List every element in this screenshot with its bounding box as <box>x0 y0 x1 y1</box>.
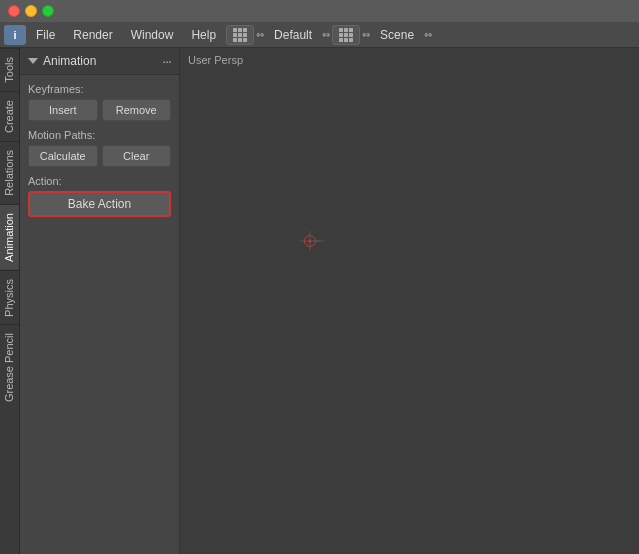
menu-help[interactable]: Help <box>183 26 224 44</box>
scene-name: Scene <box>372 26 422 44</box>
panel-header: Animation ··· <box>20 48 179 75</box>
traffic-lights <box>8 5 54 17</box>
viewport-type-selector[interactable] <box>332 25 360 45</box>
menu-window[interactable]: Window <box>123 26 182 44</box>
menu-bar: i File Render Window Help ⇔ Default ⇔ ⇔ … <box>0 22 639 48</box>
layout-expand-icon: ⇔ <box>256 29 264 40</box>
keyframes-label: Keyframes: <box>28 83 171 95</box>
motion-paths-label: Motion Paths: <box>28 129 171 141</box>
action-label: Action: <box>28 175 171 187</box>
crosshair-line-right <box>314 241 324 242</box>
sidebar-item-create[interactable]: Create <box>0 91 19 141</box>
vertical-tabs: Tools Create Relations Animation Physics… <box>0 48 20 554</box>
viewport-label: User Persp <box>188 54 243 66</box>
3d-cursor <box>300 231 320 251</box>
menu-file[interactable]: File <box>28 26 63 44</box>
motion-paths-buttons: Calculate Clear <box>28 145 171 167</box>
viewport-grid-icon <box>339 28 353 42</box>
menu-render[interactable]: Render <box>65 26 120 44</box>
grid-icon <box>233 28 247 42</box>
sidebar-item-relations[interactable]: Relations <box>0 141 19 204</box>
layout-selector[interactable] <box>226 25 254 45</box>
layout-name: Default <box>266 26 320 44</box>
remove-button[interactable]: Remove <box>102 99 172 121</box>
panel-content: Keyframes: Insert Remove Motion Paths: C… <box>20 75 179 554</box>
scene-expand-left: ⇔ <box>362 29 370 40</box>
info-button[interactable]: i <box>4 25 26 45</box>
viewport[interactable]: User Persp <box>180 48 639 554</box>
sidebar-item-animation[interactable]: Animation <box>0 204 19 270</box>
panel-menu-button[interactable]: ··· <box>162 53 171 69</box>
calculate-button[interactable]: Calculate <box>28 145 98 167</box>
scene-expand-icon: ⇔ <box>322 29 330 40</box>
crosshair-dot <box>308 240 311 243</box>
clear-button[interactable]: Clear <box>102 145 172 167</box>
maximize-button[interactable] <box>42 5 54 17</box>
minimize-button[interactable] <box>25 5 37 17</box>
keyframes-buttons: Insert Remove <box>28 99 171 121</box>
title-bar <box>0 0 639 22</box>
sidebar-item-physics[interactable]: Physics <box>0 270 19 325</box>
sidebar-item-grease-pencil[interactable]: Grease Pencil <box>0 324 19 410</box>
collapse-icon[interactable] <box>28 58 38 64</box>
scene-expand-right: ⇔ <box>424 29 432 40</box>
panel-title: Animation <box>43 54 96 68</box>
panel-title-group: Animation <box>28 54 96 68</box>
close-button[interactable] <box>8 5 20 17</box>
sidebar-item-tools[interactable]: Tools <box>0 48 19 91</box>
side-panel: Animation ··· Keyframes: Insert Remove M… <box>20 48 180 554</box>
bake-action-button[interactable]: Bake Action <box>28 191 171 217</box>
insert-button[interactable]: Insert <box>28 99 98 121</box>
main-container: Tools Create Relations Animation Physics… <box>0 48 639 554</box>
